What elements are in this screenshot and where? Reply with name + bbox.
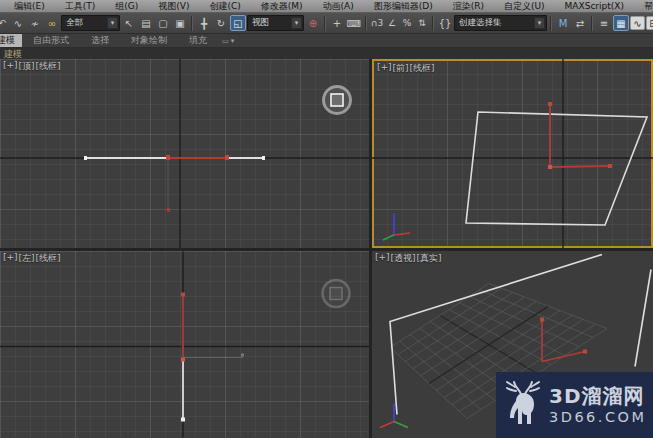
menu-tools[interactable]: 工具(T) xyxy=(55,0,106,12)
align-icon[interactable]: ⇄ xyxy=(572,15,588,31)
viewport-front[interactable]: [+] [前] [线框] xyxy=(372,59,653,248)
select-and-link-icon[interactable]: ∿ xyxy=(10,15,26,31)
snaps-toggle-icon[interactable]: ∩3 xyxy=(370,15,384,31)
edit-named-selection-icon[interactable]: {} xyxy=(437,15,453,31)
select-and-scale-icon[interactable]: ◱ xyxy=(230,15,246,31)
viewport-left-canvas[interactable] xyxy=(0,251,369,438)
select-and-rotate-icon[interactable]: ↻ xyxy=(213,15,229,31)
toolbar-separator xyxy=(432,16,434,31)
menu-views[interactable]: 视图(V) xyxy=(148,0,199,12)
watermark-text: 3D溜溜网 3D66.COM xyxy=(549,386,647,425)
ribbon-toggle-icon[interactable]: ▦ xyxy=(613,15,629,31)
rectangular-selection-region-icon[interactable]: ▢ xyxy=(155,15,171,31)
viewport-front-canvas[interactable] xyxy=(372,59,653,248)
coordinate-system-value: 视图 xyxy=(252,17,288,29)
viewport-pov-label[interactable]: [左] xyxy=(19,252,35,265)
viewport-shading-label[interactable]: [真实] xyxy=(417,252,442,265)
viewport-top-label: [+] [顶] [线框] xyxy=(3,60,61,73)
named-selection-dropdown[interactable]: 创建选择集 ▾ xyxy=(454,15,547,31)
toolbar-separator xyxy=(591,16,593,31)
viewport-shading-label[interactable]: [线框] xyxy=(36,252,61,265)
use-pivot-point-icon[interactable]: ⊕ xyxy=(305,15,321,31)
world-axes xyxy=(372,59,653,248)
keyboard-shortcut-override-icon[interactable]: ⌨ xyxy=(346,15,362,31)
viewport-front-label: [+] [前] [线框] xyxy=(377,62,435,75)
axis-tripod xyxy=(380,404,408,428)
chevron-down-icon: ▾ xyxy=(107,17,118,29)
watermark-banner: 3D溜溜网 3D66.COM xyxy=(496,372,653,438)
menu-graph-editors[interactable]: 图形编辑器(D) xyxy=(364,0,443,12)
menu-group[interactable]: 组(G) xyxy=(105,0,148,12)
selection-filter-dropdown[interactable]: 全部 ▾ xyxy=(61,15,120,31)
bind-to-space-warp-icon[interactable]: ∞ xyxy=(44,15,60,31)
viewport-pov-label[interactable]: [顶] xyxy=(19,60,35,73)
viewport-shading-label[interactable]: [线框] xyxy=(410,62,435,75)
viewport-menu-label[interactable]: [+] xyxy=(3,252,18,265)
main-toolbar: ↶ ∿ ≁ ∞ 全部 ▾ ↖ ▤ ▢ ▣ ╋ ↻ ◱ 视图 ▾ ⊕ + ⌨ ∩3… xyxy=(0,12,653,34)
unlink-selection-icon[interactable]: ≁ xyxy=(27,15,43,31)
menu-maxscript[interactable]: MAXScript(X) xyxy=(555,0,634,12)
curve-editor-icon[interactable]: ∿ xyxy=(630,16,645,30)
layer-manager-icon[interactable]: ≡ xyxy=(596,15,612,31)
menu-create[interactable]: 创建(C) xyxy=(199,0,250,12)
mirror-icon[interactable]: M xyxy=(555,15,571,31)
ribbon-tab-populate[interactable]: 填充 xyxy=(178,34,218,47)
watermark-brand: 3D溜溜网 xyxy=(549,386,647,406)
viewport-menu-label[interactable]: [+] xyxy=(3,60,18,73)
menu-animation[interactable]: 动画(A) xyxy=(313,0,364,12)
chevron-down-icon: ▾ xyxy=(534,17,545,29)
brush-cursor-overlay xyxy=(323,280,350,307)
angle-snap-icon[interactable]: ∠ xyxy=(385,15,399,31)
menu-edit[interactable]: 编辑(E) xyxy=(4,0,55,12)
toolbar-separator xyxy=(191,16,193,31)
select-and-manipulate-icon[interactable]: + xyxy=(329,15,345,31)
ribbon-tab-freeform[interactable]: 自由形式 xyxy=(22,34,80,47)
named-selection-value: 创建选择集 xyxy=(459,17,531,29)
viewport-shading-label[interactable]: [线框] xyxy=(36,60,61,73)
viewport-top[interactable]: [+] [顶] [线框] xyxy=(0,59,369,248)
schematic-view-icon[interactable]: ⊞ xyxy=(646,16,653,30)
toolbar-separator xyxy=(365,16,367,31)
world-axes xyxy=(0,59,369,248)
viewport-left[interactable]: [+] [左] [线框] xyxy=(0,251,369,438)
viewport-menu-label[interactable]: [+] xyxy=(375,252,390,265)
spline-shape xyxy=(181,293,244,422)
ribbon-tab-object-paint[interactable]: 对象绘制 xyxy=(120,34,178,47)
ribbon-collapse-icon[interactable]: ▭ ▾ xyxy=(218,34,238,47)
ribbon-tab-selection[interactable]: 选择 xyxy=(80,34,120,47)
ribbon-tab-modeling[interactable]: 建模 xyxy=(0,34,22,47)
selection-filter-value: 全部 xyxy=(66,17,104,29)
select-by-name-icon[interactable]: ▤ xyxy=(138,15,154,31)
select-object-icon[interactable]: ↖ xyxy=(121,15,137,31)
menu-help[interactable]: 帮助(H) xyxy=(634,0,653,12)
world-axes xyxy=(0,252,369,438)
spline-shape xyxy=(84,155,265,212)
toolbar-separator xyxy=(550,16,552,31)
viewport-pov-label[interactable]: [透视] xyxy=(391,252,416,265)
spinner-snap-icon[interactable]: ⇅ xyxy=(415,15,429,31)
menu-bar: 编辑(E) 工具(T) 组(G) 视图(V) 创建(C) 修改器(M) 动画(A… xyxy=(0,0,653,12)
viewport-menu-label[interactable]: [+] xyxy=(377,62,392,75)
viewport-top-canvas[interactable] xyxy=(0,59,369,248)
chevron-down-icon: ▾ xyxy=(291,17,302,29)
percent-snap-icon[interactable]: % xyxy=(400,15,414,31)
window-crossing-icon[interactable]: ▣ xyxy=(172,15,188,31)
brush-cursor-overlay xyxy=(324,87,351,114)
menu-customize[interactable]: 自定义(U) xyxy=(494,0,555,12)
viewport-perspective-label: [+] [透视] [真实] xyxy=(375,252,442,265)
toolbar-separator xyxy=(324,16,326,31)
menu-modifiers[interactable]: 修改器(M) xyxy=(251,0,313,12)
watermark-domain: 3D66.COM xyxy=(549,410,647,425)
undo-icon[interactable]: ↶ xyxy=(0,15,9,31)
menu-rendering[interactable]: 渲染(R) xyxy=(443,0,494,12)
ribbon-tab-bar: 建模 自由形式 选择 对象绘制 填充 ▭ ▾ xyxy=(0,34,653,48)
axis-tripod xyxy=(383,213,410,240)
viewport-left-label: [+] [左] [线框] xyxy=(3,252,61,265)
ribbon-panel-label: 建模 xyxy=(4,49,22,59)
reference-coordinate-dropdown[interactable]: 视图 ▾ xyxy=(247,15,304,31)
spline-shape xyxy=(548,102,612,169)
plane-wireframe xyxy=(466,112,647,225)
deer-body xyxy=(510,393,534,424)
select-and-move-icon[interactable]: ╋ xyxy=(196,15,212,31)
viewport-pov-label[interactable]: [前] xyxy=(393,62,409,75)
